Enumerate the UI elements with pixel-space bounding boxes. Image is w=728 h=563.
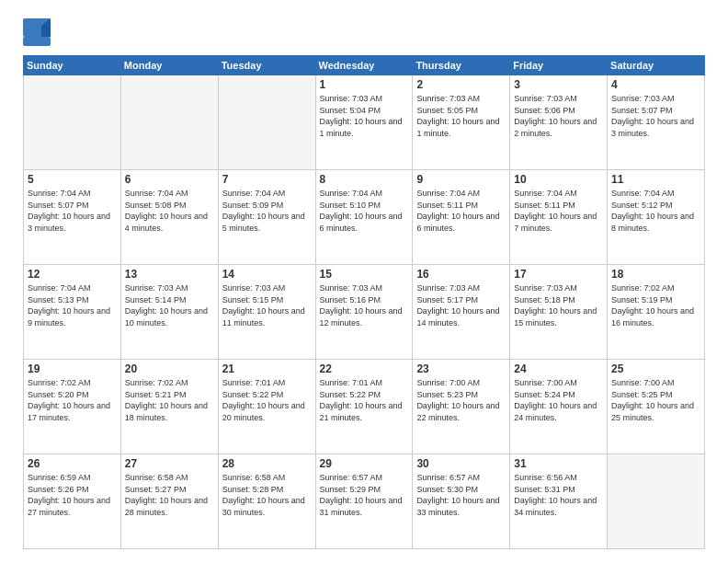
day-number: 7 <box>222 173 312 186</box>
sunset-label: Sunset: 5:26 PM <box>28 485 89 494</box>
sunrise-label: Sunrise: 7:04 AM <box>416 189 480 198</box>
daylight-label: Daylight: 10 hours and 18 minutes. <box>125 401 208 422</box>
sunrise-label: Sunrise: 6:59 AM <box>28 473 91 482</box>
sunrise-label: Sunrise: 7:04 AM <box>222 189 286 198</box>
day-number: 24 <box>514 362 603 375</box>
day-cell: 21 Sunrise: 7:01 AM Sunset: 5:22 PM Dayl… <box>218 360 315 454</box>
day-cell: 15 Sunrise: 7:03 AM Sunset: 5:16 PM Dayl… <box>315 265 413 360</box>
day-cell: 22 Sunrise: 7:01 AM Sunset: 5:22 PM Dayl… <box>315 360 413 454</box>
day-cell: 20 Sunrise: 7:02 AM Sunset: 5:21 PM Dayl… <box>120 360 218 454</box>
day-number: 22 <box>320 362 409 375</box>
sunrise-label: Sunrise: 6:56 AM <box>514 473 577 482</box>
day-info: Sunrise: 7:04 AM Sunset: 5:08 PM Dayligh… <box>125 188 214 234</box>
sunrise-label: Sunrise: 7:03 AM <box>320 94 383 103</box>
sunrise-label: Sunrise: 7:04 AM <box>28 189 91 198</box>
week-row-2: 5 Sunrise: 7:04 AM Sunset: 5:07 PM Dayli… <box>24 170 705 265</box>
day-number: 25 <box>611 362 700 375</box>
day-number: 21 <box>222 362 312 375</box>
day-number: 18 <box>611 268 700 281</box>
day-info: Sunrise: 6:59 AM Sunset: 5:26 PM Dayligh… <box>28 472 117 518</box>
day-info: Sunrise: 7:01 AM Sunset: 5:22 PM Dayligh… <box>320 377 409 423</box>
sunrise-label: Sunrise: 7:03 AM <box>416 283 480 293</box>
sunset-label: Sunset: 5:07 PM <box>611 106 673 115</box>
sunrise-label: Sunrise: 6:58 AM <box>222 473 286 482</box>
day-info: Sunrise: 7:02 AM Sunset: 5:19 PM Dayligh… <box>611 282 700 328</box>
day-info: Sunrise: 7:04 AM Sunset: 5:07 PM Dayligh… <box>28 188 117 234</box>
sunset-label: Sunset: 5:27 PM <box>125 485 187 494</box>
day-cell: 18 Sunrise: 7:02 AM Sunset: 5:19 PM Dayl… <box>608 265 705 360</box>
sunset-label: Sunset: 5:24 PM <box>514 390 575 399</box>
day-number: 11 <box>611 173 700 186</box>
daylight-label: Daylight: 10 hours and 34 minutes. <box>514 496 597 517</box>
sunrise-label: Sunrise: 7:04 AM <box>125 189 188 198</box>
daylight-label: Daylight: 10 hours and 25 minutes. <box>611 401 694 422</box>
weekday-header-tuesday: Tuesday <box>218 56 315 75</box>
day-cell: 29 Sunrise: 6:57 AM Sunset: 5:29 PM Dayl… <box>315 454 413 549</box>
svg-rect-2 <box>23 37 51 46</box>
day-info: Sunrise: 6:56 AM Sunset: 5:31 PM Dayligh… <box>514 472 603 518</box>
week-row-3: 12 Sunrise: 7:04 AM Sunset: 5:13 PM Dayl… <box>24 265 705 360</box>
daylight-label: Daylight: 10 hours and 11 minutes. <box>222 306 305 327</box>
daylight-label: Daylight: 10 hours and 16 minutes. <box>611 306 694 327</box>
day-cell: 11 Sunrise: 7:04 AM Sunset: 5:12 PM Dayl… <box>608 170 705 265</box>
day-info: Sunrise: 7:04 AM Sunset: 5:10 PM Dayligh… <box>320 188 409 234</box>
day-info: Sunrise: 7:03 AM Sunset: 5:17 PM Dayligh… <box>416 282 506 328</box>
sunrise-label: Sunrise: 7:03 AM <box>514 283 577 293</box>
day-info: Sunrise: 7:03 AM Sunset: 5:18 PM Dayligh… <box>514 282 603 328</box>
sunrise-label: Sunrise: 7:03 AM <box>222 283 286 293</box>
daylight-label: Daylight: 10 hours and 3 minutes. <box>28 212 110 233</box>
day-cell: 23 Sunrise: 7:00 AM Sunset: 5:23 PM Dayl… <box>413 360 510 454</box>
day-cell: 14 Sunrise: 7:03 AM Sunset: 5:15 PM Dayl… <box>218 265 315 360</box>
day-info: Sunrise: 7:01 AM Sunset: 5:22 PM Dayligh… <box>222 377 312 423</box>
sunrise-label: Sunrise: 6:57 AM <box>320 473 383 482</box>
day-number: 17 <box>514 268 603 281</box>
daylight-label: Daylight: 10 hours and 6 minutes. <box>416 212 499 233</box>
day-cell: 16 Sunrise: 7:03 AM Sunset: 5:17 PM Dayl… <box>413 265 510 360</box>
day-cell <box>24 75 121 170</box>
sunrise-label: Sunrise: 6:57 AM <box>416 473 480 482</box>
sunset-label: Sunset: 5:16 PM <box>320 295 381 304</box>
daylight-label: Daylight: 10 hours and 30 minutes. <box>222 496 305 517</box>
sunrise-label: Sunrise: 7:00 AM <box>514 378 577 387</box>
daylight-label: Daylight: 10 hours and 21 minutes. <box>320 401 403 422</box>
day-cell: 13 Sunrise: 7:03 AM Sunset: 5:14 PM Dayl… <box>120 265 218 360</box>
day-number: 1 <box>320 78 409 91</box>
sunset-label: Sunset: 5:22 PM <box>320 390 381 399</box>
daylight-label: Daylight: 10 hours and 27 minutes. <box>28 496 110 517</box>
sunset-label: Sunset: 5:19 PM <box>611 295 673 304</box>
day-cell: 25 Sunrise: 7:00 AM Sunset: 5:25 PM Dayl… <box>608 360 705 454</box>
header <box>23 18 705 46</box>
weekday-header-monday: Monday <box>120 56 218 75</box>
day-cell: 28 Sunrise: 6:58 AM Sunset: 5:28 PM Dayl… <box>218 454 315 549</box>
sunrise-label: Sunrise: 6:58 AM <box>125 473 188 482</box>
daylight-label: Daylight: 10 hours and 8 minutes. <box>611 212 694 233</box>
day-info: Sunrise: 7:04 AM Sunset: 5:13 PM Dayligh… <box>28 282 117 328</box>
sunset-label: Sunset: 5:06 PM <box>514 106 575 115</box>
sunrise-label: Sunrise: 7:02 AM <box>28 378 91 387</box>
sunrise-label: Sunrise: 7:03 AM <box>320 283 383 293</box>
day-info: Sunrise: 7:03 AM Sunset: 5:06 PM Dayligh… <box>514 93 603 139</box>
day-cell: 1 Sunrise: 7:03 AM Sunset: 5:04 PM Dayli… <box>315 75 413 170</box>
sunset-label: Sunset: 5:29 PM <box>320 485 381 494</box>
sunrise-label: Sunrise: 7:04 AM <box>28 283 91 293</box>
sunset-label: Sunset: 5:23 PM <box>416 390 478 399</box>
sunrise-label: Sunrise: 7:03 AM <box>125 283 188 293</box>
day-cell: 12 Sunrise: 7:04 AM Sunset: 5:13 PM Dayl… <box>24 265 121 360</box>
day-number: 5 <box>28 173 117 186</box>
weekday-header-wednesday: Wednesday <box>315 56 413 75</box>
day-cell <box>120 75 218 170</box>
sunset-label: Sunset: 5:30 PM <box>416 485 478 494</box>
day-cell <box>218 75 315 170</box>
weekday-header-row: SundayMondayTuesdayWednesdayThursdayFrid… <box>24 56 705 75</box>
sunset-label: Sunset: 5:28 PM <box>222 485 284 494</box>
daylight-label: Daylight: 10 hours and 5 minutes. <box>222 212 305 233</box>
daylight-label: Daylight: 10 hours and 15 minutes. <box>514 306 597 327</box>
day-cell: 27 Sunrise: 6:58 AM Sunset: 5:27 PM Dayl… <box>120 454 218 549</box>
sunset-label: Sunset: 5:13 PM <box>28 295 89 304</box>
sunset-label: Sunset: 5:15 PM <box>222 295 284 304</box>
sunset-label: Sunset: 5:18 PM <box>514 295 575 304</box>
weekday-header-saturday: Saturday <box>608 56 705 75</box>
daylight-label: Daylight: 10 hours and 6 minutes. <box>320 212 403 233</box>
day-info: Sunrise: 7:04 AM Sunset: 5:11 PM Dayligh… <box>416 188 506 234</box>
day-number: 4 <box>611 78 700 91</box>
